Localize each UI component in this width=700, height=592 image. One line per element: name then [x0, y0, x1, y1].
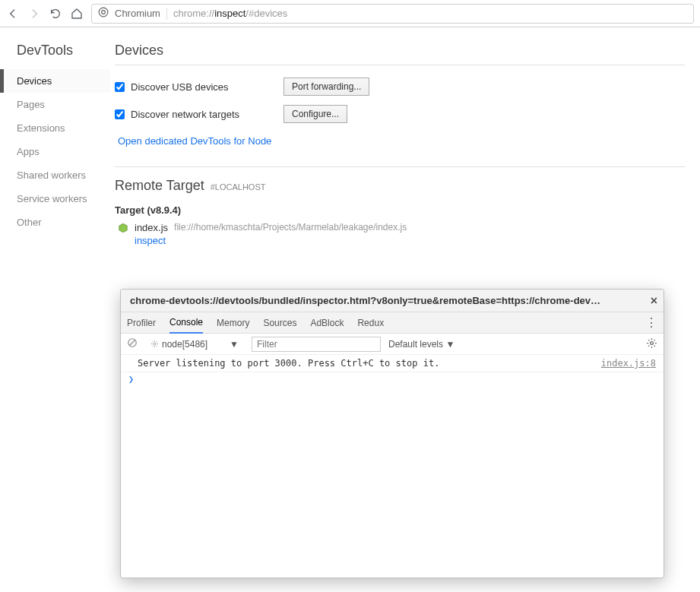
- clear-console-icon[interactable]: [127, 337, 138, 350]
- sidebar-item-devices[interactable]: Devices: [0, 69, 110, 93]
- gear-icon[interactable]: [646, 337, 657, 351]
- browser-toolbar: Chromium chrome://inspect/#devices: [0, 0, 700, 27]
- tab-memory[interactable]: Memory: [217, 313, 249, 333]
- svg-point-1: [102, 11, 106, 14]
- forward-button[interactable]: [27, 7, 41, 21]
- tab-redux[interactable]: Redux: [357, 313, 384, 333]
- log-source-link[interactable]: index.js:8: [601, 358, 656, 369]
- sidebar-title: DevTools: [0, 43, 110, 69]
- sidebar-item-shared-workers[interactable]: Shared workers: [0, 163, 110, 187]
- omnibox-divider: [166, 8, 167, 20]
- discover-network-row: Discover network targets Configure...: [115, 100, 685, 128]
- devtools-titlebar[interactable]: chrome-devtools://devtools/bundled/inspe…: [121, 290, 664, 312]
- port-forwarding-button[interactable]: Port forwarding...: [283, 78, 369, 96]
- tab-profiler[interactable]: Profiler: [127, 313, 156, 333]
- target-entry: index.js file:///home/kmaschta/Projects/…: [115, 222, 685, 246]
- back-button[interactable]: [6, 7, 20, 21]
- configure-button[interactable]: Configure...: [283, 105, 347, 123]
- devtools-window: chrome-devtools://devtools/bundled/inspe…: [120, 289, 664, 578]
- svg-point-0: [99, 8, 108, 17]
- discover-network-text: Discover network targets: [131, 109, 239, 120]
- tab-adblock[interactable]: AdBlock: [310, 313, 344, 333]
- tab-sources[interactable]: Sources: [263, 313, 296, 333]
- console-log-row: Server listening to port 3000. Press Ctr…: [121, 355, 664, 372]
- close-icon[interactable]: ×: [651, 294, 657, 308]
- filter-input[interactable]: [252, 337, 381, 352]
- console-toolbar: node[5486] ▼ Default levels ▼: [121, 334, 664, 355]
- discover-usb-row: Discover USB devices Port forwarding...: [115, 73, 685, 100]
- reload-button[interactable]: [49, 7, 62, 21]
- sidebar-item-other[interactable]: Other: [0, 211, 110, 234]
- console-prompt[interactable]: ❯: [121, 372, 664, 386]
- target-script: index.js: [135, 222, 168, 233]
- url-text: chrome://inspect/#devices: [173, 8, 287, 19]
- discover-usb-label[interactable]: Discover USB devices: [115, 81, 274, 93]
- context-selector[interactable]: node[5486] ▼: [145, 337, 244, 352]
- origin-label: Chromium: [115, 8, 160, 19]
- devtools-tabs: Profiler Console Memory Sources AdBlock …: [121, 312, 664, 334]
- inspect-link[interactable]: inspect: [135, 235, 407, 246]
- log-levels-selector[interactable]: Default levels ▼: [388, 339, 455, 350]
- target-version: Target (v8.9.4): [115, 194, 685, 222]
- console-body: Server listening to port 3000. Press Ctr…: [121, 355, 664, 578]
- devtools-title: chrome-devtools://devtools/bundled/inspe…: [130, 295, 645, 306]
- log-message: Server listening to port 3000. Press Ctr…: [128, 358, 594, 369]
- remote-target-heading: Remote Target #LOCALHOST: [115, 166, 685, 194]
- dropdown-triangle-icon: ▼: [230, 339, 239, 350]
- devices-heading: Devices: [115, 43, 685, 65]
- sidebar-item-apps[interactable]: Apps: [0, 140, 110, 163]
- address-bar[interactable]: Chromium chrome://inspect/#devices: [91, 4, 694, 24]
- context-label: node[5486]: [162, 339, 207, 350]
- sidebar-item-service-workers[interactable]: Service workers: [0, 187, 110, 211]
- remote-target-hash: #LOCALHOST: [211, 182, 266, 192]
- sidebar: DevTools Devices Pages Extensions Apps S…: [0, 27, 110, 592]
- open-node-devtools-link[interactable]: Open dedicated DevTools for Node: [118, 135, 271, 147]
- nodejs-icon: [118, 223, 128, 233]
- dropdown-triangle-icon: ▼: [445, 339, 455, 350]
- sidebar-item-pages[interactable]: Pages: [0, 93, 110, 116]
- target-path: file:///home/kmaschta/Projects/Marmelab/…: [174, 222, 407, 233]
- svg-point-6: [651, 341, 654, 344]
- tab-console[interactable]: Console: [169, 312, 203, 334]
- sidebar-item-extensions[interactable]: Extensions: [0, 116, 110, 140]
- chrome-icon: [98, 7, 109, 20]
- discover-network-label[interactable]: Discover network targets: [115, 109, 274, 120]
- discover-usb-checkbox[interactable]: [115, 82, 125, 92]
- svg-point-5: [154, 343, 156, 345]
- svg-marker-2: [119, 223, 128, 233]
- discover-usb-text: Discover USB devices: [131, 81, 229, 93]
- home-button[interactable]: [70, 7, 84, 21]
- gear-small-icon: [150, 340, 159, 348]
- svg-line-4: [130, 340, 135, 346]
- kebab-menu-icon[interactable]: ⋮: [645, 315, 657, 330]
- discover-network-checkbox[interactable]: [115, 109, 125, 119]
